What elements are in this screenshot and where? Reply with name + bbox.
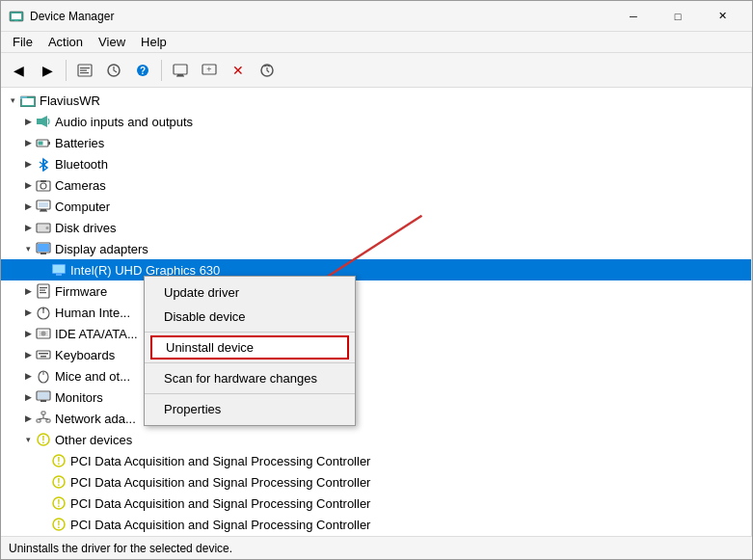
main-content: ▾ FlaviusWR ▶ Audio inputs and outputs ▶ — [1, 88, 752, 536]
toolbar-btn-properties[interactable] — [71, 57, 98, 84]
svg-rect-60 — [40, 353, 42, 355]
list-item[interactable]: ▶ Cameras — [1, 174, 751, 196]
menu-file[interactable]: File — [5, 33, 40, 51]
svg-point-55 — [41, 332, 46, 336]
svg-rect-19 — [22, 98, 34, 105]
context-menu: Update driver Disable device Uninstall d… — [144, 276, 356, 426]
ide-label: IDE ATA/ATA... — [55, 327, 138, 341]
list-item[interactable]: ▶ Network ada... — [1, 408, 751, 429]
tree-root[interactable]: ▾ FlaviusWR — [1, 90, 751, 111]
toolbar-btn-monitor[interactable] — [167, 57, 194, 84]
list-item[interactable]: ▶ IDE ATA/ATA... — [1, 323, 751, 344]
tree-panel[interactable]: ▾ FlaviusWR ▶ Audio inputs and outputs ▶ — [1, 88, 752, 536]
expand-keyboards[interactable]: ▶ — [20, 347, 36, 362]
expand-audio[interactable]: ▶ — [20, 114, 36, 129]
expand-ide[interactable]: ▶ — [20, 326, 36, 341]
expand-intel[interactable] — [36, 262, 51, 278]
expand-network[interactable]: ▶ — [20, 411, 36, 426]
pci2-label: PCI Data Acquisition and Signal Processi… — [70, 475, 370, 490]
toolbar-btn-add[interactable]: + — [196, 57, 223, 84]
cameras-label: Cameras — [55, 178, 106, 193]
svg-rect-48 — [40, 290, 45, 291]
svg-point-52 — [42, 307, 44, 309]
svg-line-72 — [39, 418, 43, 419]
expand-cameras[interactable]: ▶ — [20, 177, 36, 193]
svg-text:!: ! — [41, 435, 44, 445]
svg-rect-23 — [48, 142, 50, 145]
expand-batteries[interactable]: ▶ — [20, 135, 36, 150]
svg-rect-20 — [37, 119, 41, 124]
expand-other[interactable]: ▾ — [20, 432, 36, 447]
svg-text:✕: ✕ — [232, 63, 244, 78]
expand-firmware[interactable]: ▶ — [20, 283, 36, 299]
ctx-update-driver[interactable]: Update driver — [145, 280, 355, 305]
firmware-icon — [36, 283, 51, 299]
expand-monitors[interactable]: ▶ — [20, 389, 36, 405]
display-label: Display adapters — [55, 242, 148, 256]
toolbar-back[interactable]: ◀ — [5, 57, 32, 84]
list-item[interactable]: ▶ Firmware — [1, 280, 751, 302]
list-item[interactable]: ▶ Disk drives — [1, 217, 751, 238]
menu-action[interactable]: Action — [40, 33, 91, 51]
svg-rect-68 — [41, 412, 45, 414]
other-label: Other devices — [55, 433, 132, 447]
toolbar-btn-delete[interactable]: ✕ — [225, 57, 252, 84]
device-manager-window: Device Manager ─ □ ✕ File Action View He… — [0, 0, 753, 560]
ctx-scan-hardware[interactable]: Scan for hardware changes — [145, 366, 355, 390]
list-item[interactable]: ▶ Monitors — [1, 387, 751, 408]
svg-text:!: ! — [57, 520, 60, 530]
list-item[interactable]: Intel(R) UHD Graphics 630 — [1, 259, 751, 280]
svg-rect-66 — [38, 392, 49, 399]
list-item[interactable]: ▾ ! Other devices — [1, 429, 751, 450]
toolbar-btn-update[interactable] — [254, 57, 281, 84]
list-item[interactable]: ▶ Mice and ot... — [1, 365, 751, 387]
list-item[interactable]: ▶ Batteries — [1, 132, 751, 153]
mice-icon — [36, 368, 51, 384]
ctx-properties[interactable]: Properties — [145, 397, 355, 421]
expand-hid[interactable]: ▶ — [20, 305, 36, 320]
menu-view[interactable]: View — [91, 33, 133, 51]
list-item[interactable]: ▶ Human Inte... — [1, 302, 751, 323]
ctx-uninstall-device[interactable]: Uninstall device — [150, 335, 349, 360]
root-label: FlaviusWR — [40, 93, 100, 108]
list-item[interactable]: ! PCI Data Acquisition and Signal Proces… — [1, 450, 751, 471]
computer-label: Computer — [55, 200, 110, 214]
list-item[interactable]: ▶ Computer — [1, 196, 751, 217]
toolbar-sep-2 — [161, 60, 162, 81]
svg-rect-67 — [40, 400, 46, 402]
expand-diskdrives[interactable]: ▶ — [20, 220, 36, 235]
list-item[interactable]: ! PCI Data Acquisition and Signal Proces… — [1, 514, 751, 535]
maximize-button[interactable]: □ — [656, 1, 700, 32]
status-text: Uninstalls the driver for the selected d… — [9, 542, 232, 555]
close-button[interactable]: ✕ — [700, 1, 744, 32]
svg-rect-69 — [37, 419, 40, 422]
svg-line-73 — [43, 418, 48, 419]
toolbar-btn-scan[interactable] — [100, 57, 127, 84]
expand-computer[interactable]: ▶ — [20, 199, 36, 214]
list-item[interactable]: ▶ Keyboards — [1, 344, 751, 365]
expand-bluetooth[interactable]: ▶ — [20, 156, 36, 172]
menu-help[interactable]: Help — [133, 33, 175, 51]
root-icon — [20, 93, 36, 108]
expand-root[interactable]: ▾ — [5, 93, 20, 108]
ctx-disable-device[interactable]: Disable device — [145, 305, 355, 329]
list-item[interactable]: ! PCI Data Acquisition and Signal Proces… — [1, 493, 751, 514]
toolbar-forward[interactable]: ▶ — [34, 57, 61, 84]
svg-rect-5 — [80, 69, 87, 70]
svg-point-39 — [46, 227, 49, 229]
intel-icon — [51, 262, 67, 278]
toolbar-btn-help[interactable]: ? — [129, 57, 156, 84]
expand-mice[interactable]: ▶ — [20, 368, 36, 384]
list-item[interactable]: ▶ Bluetooth — [1, 153, 751, 174]
pci1-label: PCI Data Acquisition and Signal Processi… — [70, 454, 370, 468]
list-item[interactable]: ! PCI Data Acquisition and Signal Proces… — [1, 471, 751, 493]
menu-bar: File Action View Help — [1, 32, 752, 53]
keyboards-label: Keyboards — [55, 348, 115, 362]
svg-rect-62 — [40, 356, 46, 358]
list-item[interactable]: ! PCI Memory Controller — [1, 535, 751, 536]
list-item[interactable]: ▶ Audio inputs and outputs — [1, 111, 751, 132]
list-item[interactable]: ▾ Display adapters — [1, 238, 751, 259]
expand-display[interactable]: ▾ — [20, 241, 36, 256]
svg-rect-46 — [38, 284, 49, 298]
minimize-button[interactable]: ─ — [611, 1, 656, 32]
